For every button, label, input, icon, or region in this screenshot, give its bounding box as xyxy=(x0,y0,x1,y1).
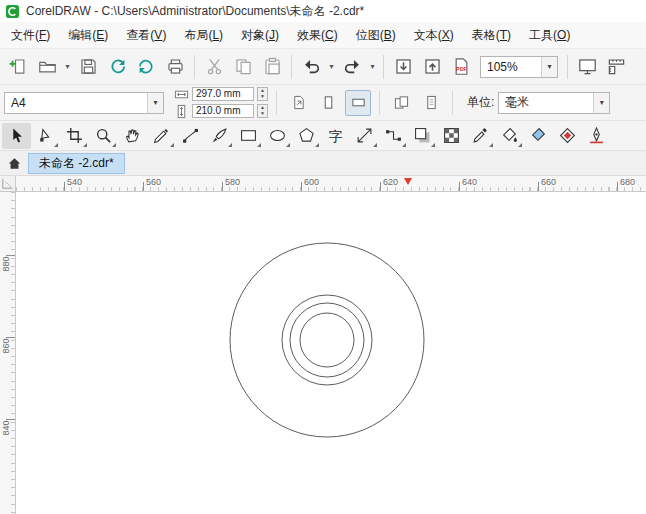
chevron-down-icon[interactable]: ▾ xyxy=(147,93,163,113)
landscape-button[interactable] xyxy=(345,90,371,116)
rectangle-tool[interactable] xyxy=(234,123,263,149)
horizontal-ruler[interactable]: 540560580600620640660680 xyxy=(16,176,646,192)
full-screen-preview-button[interactable] xyxy=(573,53,601,81)
show-rulers-button[interactable] xyxy=(602,53,630,81)
text-tool[interactable]: 字 xyxy=(321,123,350,149)
ruler-label: 620 xyxy=(383,177,398,187)
color-eyedropper-tool-icon xyxy=(472,127,489,144)
menu-item-tools[interactable]: 工具(O) xyxy=(520,23,579,48)
cut-button[interactable] xyxy=(200,53,228,81)
ruler-tick xyxy=(301,182,302,191)
portrait-icon xyxy=(321,95,336,110)
circle-shape[interactable] xyxy=(300,313,354,367)
paste-button[interactable] xyxy=(258,53,286,81)
cloud-download-button[interactable] xyxy=(103,53,131,81)
menu-item-table[interactable]: 表格(T) xyxy=(463,23,520,48)
color-eyedropper-tool[interactable] xyxy=(466,123,495,149)
page-size-preset-combo[interactable]: A4 ▾ xyxy=(4,92,164,114)
connector-tool-icon xyxy=(385,127,402,144)
flyout-indicator xyxy=(112,143,116,147)
ruler-tick xyxy=(617,182,618,191)
print-button[interactable] xyxy=(161,53,189,81)
zoom-level-combo[interactable]: 105%▾ xyxy=(480,56,558,78)
menu-item-edit[interactable]: 编辑(E) xyxy=(59,23,117,48)
freehand-tool[interactable] xyxy=(147,123,176,149)
bezier-tool[interactable] xyxy=(176,123,205,149)
window-title: CorelDRAW - C:\Users\Administrator\Docum… xyxy=(26,3,364,20)
transparency-tool[interactable] xyxy=(437,123,466,149)
outline-pen-tool[interactable] xyxy=(582,123,611,149)
vertical-ruler[interactable]: 880860840 xyxy=(0,192,16,514)
menu-item-layout[interactable]: 布局(L) xyxy=(175,23,232,48)
publish-pdf-icon: PDF xyxy=(452,57,471,76)
drop-shadow-tool[interactable] xyxy=(408,123,437,149)
pan-tool[interactable] xyxy=(118,123,147,149)
ruler-label: 880 xyxy=(1,250,11,278)
cloud-download-icon xyxy=(108,57,127,76)
flyout-indicator xyxy=(315,143,319,147)
import-button[interactable] xyxy=(389,53,417,81)
smart-fill-tool[interactable] xyxy=(524,123,553,149)
artistic-media-tool-icon xyxy=(211,127,228,144)
separator xyxy=(452,91,453,115)
separator xyxy=(194,55,195,79)
save-button[interactable] xyxy=(74,53,102,81)
menu-item-effects[interactable]: 效果(C) xyxy=(288,23,347,48)
current-page-button[interactable] xyxy=(418,90,444,116)
drawing-canvas[interactable] xyxy=(16,192,646,514)
crop-tool-icon xyxy=(66,127,83,144)
menu-item-bitmaps[interactable]: 位图(B) xyxy=(347,23,405,48)
publish-pdf-button[interactable]: PDF xyxy=(447,53,475,81)
ellipse-tool-icon xyxy=(269,127,286,144)
chevron-down-icon[interactable]: ▾ xyxy=(593,93,609,113)
page-settings-button[interactable] xyxy=(285,90,311,116)
cloud-upload-button[interactable] xyxy=(132,53,160,81)
units-combo[interactable]: 毫米 ▾ xyxy=(498,92,610,114)
zoom-tool[interactable] xyxy=(89,123,118,149)
redo-dropdown[interactable]: ▾ xyxy=(367,62,378,71)
shape-tool[interactable] xyxy=(31,123,60,149)
interactive-fill-tool[interactable] xyxy=(495,123,524,149)
page-height-input[interactable]: 210.0 mm xyxy=(192,104,254,118)
undo-button[interactable] xyxy=(297,53,325,81)
copy-button[interactable] xyxy=(229,53,257,81)
connector-tool[interactable] xyxy=(379,123,408,149)
circle-shape[interactable] xyxy=(230,243,424,437)
polygon-tool[interactable] xyxy=(292,123,321,149)
open-button[interactable] xyxy=(33,53,61,81)
redo-button[interactable] xyxy=(338,53,366,81)
artistic-media-tool[interactable] xyxy=(205,123,234,149)
pick-tool[interactable] xyxy=(2,123,31,149)
page-width-input[interactable]: 297.0 mm xyxy=(192,87,254,101)
open-dropdown[interactable]: ▾ xyxy=(62,62,73,71)
parallel-dimension-tool[interactable] xyxy=(350,123,379,149)
circle-shape[interactable] xyxy=(290,303,364,377)
document-tab[interactable]: 未命名 -2.cdr* xyxy=(28,153,125,174)
undo-dropdown[interactable]: ▾ xyxy=(326,62,337,71)
circle-shape[interactable] xyxy=(282,295,372,385)
menu-item-text[interactable]: 文本(X) xyxy=(405,23,463,48)
separator xyxy=(291,55,292,79)
menu-item-object[interactable]: 对象(J) xyxy=(232,23,288,48)
crop-tool[interactable] xyxy=(60,123,89,149)
new-document-button[interactable] xyxy=(4,53,32,81)
ellipse-tool[interactable] xyxy=(263,123,292,149)
chevron-down-icon[interactable]: ▾ xyxy=(541,57,557,77)
portrait-button[interactable] xyxy=(315,90,341,116)
separator xyxy=(379,91,380,115)
page-width-spinner[interactable]: ▲▼ xyxy=(257,87,268,101)
page-height-spinner[interactable]: ▲▼ xyxy=(257,104,268,118)
flyout-indicator xyxy=(489,143,493,147)
export-button[interactable] xyxy=(418,53,446,81)
flyout-indicator xyxy=(83,143,87,147)
ruler-origin-corner[interactable] xyxy=(0,176,16,192)
menu-item-view[interactable]: 查看(V) xyxy=(117,23,175,48)
ruler-label: 660 xyxy=(541,177,556,187)
fill-color-tool[interactable] xyxy=(553,123,582,149)
flyout-indicator xyxy=(431,143,435,147)
ruler-tick xyxy=(459,182,460,191)
menu-item-file[interactable]: 文件(F) xyxy=(2,23,59,48)
home-button[interactable] xyxy=(3,153,25,174)
ruler-label: 640 xyxy=(462,177,477,187)
all-pages-button[interactable] xyxy=(388,90,414,116)
